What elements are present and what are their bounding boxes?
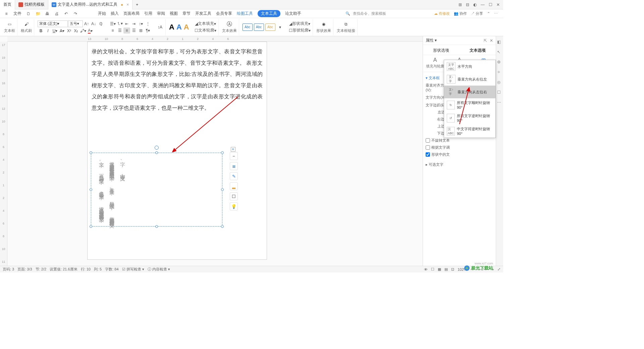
body-text[interactable]: 录的文明社会。文字按字音和字形，可分为表形文字、表音文字和意音文字。按语音和语素… xyxy=(92,46,263,114)
text-dir-icon[interactable]: ↕A xyxy=(157,24,163,31)
mtab-chapter[interactable]: 章节 xyxy=(182,10,191,17)
indent-dec-icon[interactable]: ⇤ xyxy=(123,21,130,27)
dd-vertical-rtl[interactable]: 文↓字垂直方向从右往左 xyxy=(444,73,495,86)
highlight-icon[interactable]: 🖍▾ xyxy=(80,28,87,34)
ft-text-icon[interactable]: ≣ xyxy=(230,162,238,170)
dd-chinese-ccw[interactable]: 汉ABC中文字符逆时针旋转90° xyxy=(444,124,495,138)
open-icon[interactable]: 📁 xyxy=(34,10,42,17)
style-3[interactable]: Abc xyxy=(265,23,275,31)
user-icon[interactable]: ◐ xyxy=(473,2,477,7)
dd-vertical-ltr[interactable]: 文↑字垂直方向从左往右 xyxy=(444,86,495,98)
chk-autofit[interactable] xyxy=(426,145,430,150)
handle-tr[interactable] xyxy=(221,151,224,154)
wordart-1[interactable]: A xyxy=(169,23,174,32)
indent-inc-icon[interactable]: ⇥ xyxy=(130,21,137,27)
textbox-content[interactable]: 文字。 也是一种二维文字， 也是语素文字， 汉字也是由表形文字进化成的表意文字，… xyxy=(91,153,132,226)
link-icon[interactable]: ⧉ xyxy=(342,21,349,28)
super-icon[interactable]: X² xyxy=(66,28,72,34)
numbering-icon[interactable]: ⒈▾ xyxy=(116,21,123,27)
page[interactable]: 录的文明社会。文字按字音和字形，可分为表形文字、表音文字和意音文字。按语音和语素… xyxy=(87,42,267,260)
text-outline[interactable]: ☐ 文本轮廓▾ xyxy=(195,28,216,34)
size-select[interactable]: 五号 ▾ xyxy=(68,20,83,27)
redo-icon[interactable]: ↷ xyxy=(72,10,79,17)
shape-outline[interactable]: ☐ 形状轮廓▾ xyxy=(289,28,311,34)
format-painter-icon[interactable]: 🖌 xyxy=(23,21,30,28)
mtab-review[interactable]: 审阅 xyxy=(157,10,165,17)
pin-icon[interactable]: ⇱ xyxy=(484,38,487,43)
status-content[interactable]: ⓘ 内容检查 ▾ xyxy=(148,267,170,272)
text-fill[interactable]: ◢ 文本填充▾ xyxy=(195,21,216,27)
para-icon[interactable]: ¶▾ xyxy=(145,28,151,34)
shape-effect-icon[interactable]: ◉ xyxy=(320,21,327,28)
new-tab[interactable]: + xyxy=(132,0,142,9)
spacing-icon[interactable]: ↕▾ xyxy=(138,21,144,27)
mtab-start[interactable]: 开始 xyxy=(98,10,106,17)
handle-tl[interactable] xyxy=(90,151,92,154)
prop-tab-shape[interactable]: 形状选项 xyxy=(433,48,449,53)
bold-icon[interactable]: B xyxy=(38,28,44,34)
mtab-layout[interactable]: 页面布局 xyxy=(123,10,140,17)
print-icon[interactable]: 🖨 xyxy=(53,10,60,17)
handle-b[interactable] xyxy=(155,225,158,228)
collapse-ribbon-icon[interactable]: ⌃ xyxy=(487,11,490,16)
mtab-paper[interactable]: 论文助手 xyxy=(285,10,301,17)
collab-link[interactable]: 👥 协作 xyxy=(454,11,467,16)
status-spell[interactable]: ☑ 拼写检查 ▾ xyxy=(122,267,144,272)
text-effect-icon[interactable]: Ⓐ xyxy=(226,21,233,28)
document-canvas[interactable]: 131086421246 171918161412108642124681011… xyxy=(0,36,423,266)
align-justify-icon[interactable]: ☰ xyxy=(130,28,137,34)
handle-t[interactable] xyxy=(155,151,158,154)
handle-l[interactable] xyxy=(90,188,92,191)
grow-font-icon[interactable]: A↑ xyxy=(83,21,90,27)
new-icon[interactable]: 🗋 xyxy=(25,10,32,17)
mtab-insert[interactable]: 插入 xyxy=(111,10,119,17)
file-menu[interactable]: 文件 xyxy=(12,11,23,16)
strike-icon[interactable]: A̶▾ xyxy=(59,28,65,34)
pending-changes[interactable]: ☁ 有修改 xyxy=(434,11,450,16)
app-menu-icon[interactable]: ≡ xyxy=(3,10,10,17)
undo-icon[interactable]: ↶ xyxy=(62,10,70,17)
rotate-handle[interactable] xyxy=(155,146,159,150)
rail-target-icon[interactable]: ◎ xyxy=(497,80,502,85)
bullets-icon[interactable]: ☰▾ xyxy=(109,21,116,27)
handle-r[interactable] xyxy=(221,188,224,191)
view-outline-icon[interactable]: ▤ xyxy=(444,267,448,271)
fullscreen-icon[interactable]: ⤢ xyxy=(497,267,500,271)
style-1[interactable]: Abc xyxy=(243,23,253,31)
mtab-ref[interactable]: 引用 xyxy=(144,10,152,17)
tab-document[interactable]: W 文字是人类用符...远的方式和工具 ● × xyxy=(48,0,132,9)
dd-horizontal[interactable]: 文字ABC水平方向 xyxy=(444,60,495,73)
tab-home[interactable]: 首页 xyxy=(0,0,15,9)
wordart-3[interactable]: A xyxy=(184,23,189,32)
dd-rotate-ccw[interactable]: ↺所有文字逆时针旋转90° xyxy=(444,111,495,124)
dd-rotate-cw[interactable]: ↻所有文字顺时针旋转90° xyxy=(444,98,495,111)
font-select[interactable]: 宋体 (正文) ▾ xyxy=(38,20,68,27)
shrink-font-icon[interactable]: A↓ xyxy=(90,21,97,27)
chk-norotate[interactable] xyxy=(426,138,430,143)
section-alttext[interactable]: ▸ 可选文字 xyxy=(426,161,493,168)
prop-tab-text[interactable]: 文本选项 xyxy=(470,48,486,53)
align-left-icon[interactable]: ≡ xyxy=(109,28,116,34)
layout-icon[interactable]: ⊞ xyxy=(459,2,462,7)
font-color-icon[interactable]: A▾ xyxy=(87,28,94,34)
more-icon[interactable]: ⋯ xyxy=(494,11,498,16)
tab-templates[interactable]: 找稻壳模板 xyxy=(15,0,48,9)
view-eye-icon[interactable]: 👁 xyxy=(424,267,428,271)
fit-icon[interactable]: ⊡ xyxy=(451,267,454,271)
mtab-texttool[interactable]: 文本工具 xyxy=(258,10,280,17)
align-right-icon[interactable]: ≡ xyxy=(123,28,130,34)
rail-settings-icon[interactable]: ⚙ xyxy=(497,60,502,65)
minimize-icon[interactable]: — xyxy=(481,2,485,7)
save-icon[interactable]: 🖶 xyxy=(44,10,51,17)
view-web-icon[interactable]: ▦ xyxy=(438,267,441,271)
search-input[interactable]: 查找命令、搜索模板 xyxy=(353,11,386,16)
style-dropdown[interactable]: ▾ xyxy=(277,24,283,30)
close-icon[interactable]: × xyxy=(126,2,129,7)
ft-bulb-icon[interactable]: 💡 xyxy=(230,202,238,210)
shape-fill[interactable]: ◢ 形状填充▾ xyxy=(289,21,310,27)
chk-inshape[interactable] xyxy=(426,152,430,157)
close-panel-icon[interactable]: ✕ xyxy=(490,38,493,43)
handle-bl[interactable] xyxy=(90,225,92,228)
mtab-vip[interactable]: 会员专享 xyxy=(216,10,232,17)
ft-highlight-icon[interactable]: ▂ xyxy=(230,182,238,190)
